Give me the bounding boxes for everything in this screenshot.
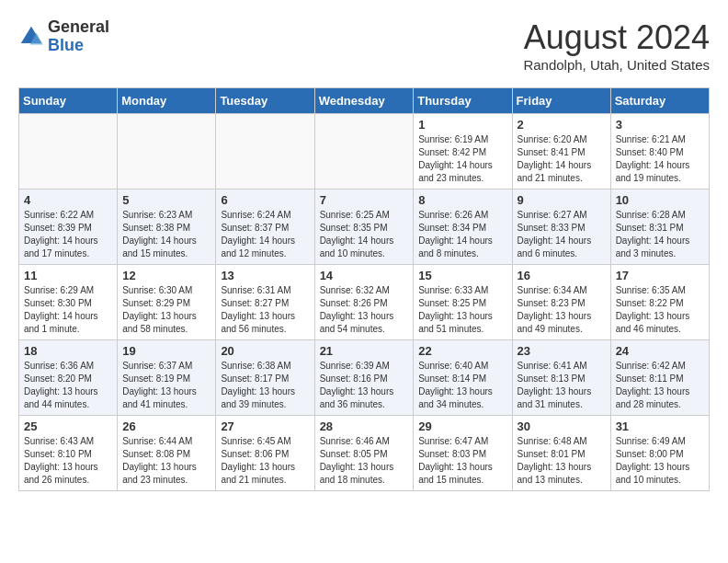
calendar-cell: 17Sunrise: 6:35 AM Sunset: 8:22 PM Dayli… [610, 265, 709, 340]
day-number: 9 [518, 193, 606, 207]
day-info: Sunrise: 6:41 AM Sunset: 8:13 PM Dayligh… [518, 360, 606, 411]
day-info: Sunrise: 6:33 AM Sunset: 8:25 PM Dayligh… [418, 284, 506, 336]
weekday-header-thursday: Thursday [414, 88, 512, 114]
weekday-header-sunday: Sunday [19, 88, 118, 114]
calendar-cell: 11Sunrise: 6:29 AM Sunset: 8:30 PM Dayli… [19, 265, 118, 340]
day-info: Sunrise: 6:48 AM Sunset: 8:01 PM Dayligh… [518, 435, 606, 487]
month-title: August 2024 [523, 18, 710, 57]
calendar-cell: 10Sunrise: 6:28 AM Sunset: 8:31 PM Dayli… [610, 190, 709, 265]
day-number: 18 [24, 344, 112, 358]
calendar-cell: 21Sunrise: 6:39 AM Sunset: 8:16 PM Dayli… [314, 340, 414, 416]
calendar-cell: 8Sunrise: 6:26 AM Sunset: 8:34 PM Daylig… [414, 190, 512, 265]
calendar-cell: 18Sunrise: 6:36 AM Sunset: 8:20 PM Dayli… [19, 340, 118, 416]
calendar-cell: 23Sunrise: 6:41 AM Sunset: 8:13 PM Dayli… [512, 340, 610, 416]
weekday-header-tuesday: Tuesday [216, 88, 314, 114]
calendar-week-row: 4Sunrise: 6:22 AM Sunset: 8:39 PM Daylig… [19, 190, 710, 265]
day-number: 22 [418, 344, 506, 358]
day-info: Sunrise: 6:23 AM Sunset: 8:38 PM Dayligh… [122, 209, 210, 260]
calendar-cell: 3Sunrise: 6:21 AM Sunset: 8:40 PM Daylig… [610, 114, 709, 190]
day-number: 5 [122, 193, 210, 207]
day-number: 17 [616, 269, 704, 282]
calendar-cell: 15Sunrise: 6:33 AM Sunset: 8:25 PM Dayli… [414, 265, 512, 340]
day-info: Sunrise: 6:36 AM Sunset: 8:20 PM Dayligh… [24, 360, 112, 411]
day-number: 19 [122, 344, 210, 358]
day-number: 31 [616, 419, 704, 433]
day-info: Sunrise: 6:44 AM Sunset: 8:08 PM Dayligh… [122, 435, 210, 487]
day-info: Sunrise: 6:32 AM Sunset: 8:26 PM Dayligh… [320, 284, 409, 336]
day-number: 16 [518, 269, 606, 282]
calendar-cell: 12Sunrise: 6:30 AM Sunset: 8:29 PM Dayli… [118, 265, 216, 340]
weekday-header-friday: Friday [512, 88, 610, 114]
calendar-cell: 14Sunrise: 6:32 AM Sunset: 8:26 PM Dayli… [314, 265, 414, 340]
calendar-cell: 13Sunrise: 6:31 AM Sunset: 8:27 PM Dayli… [216, 265, 314, 340]
day-number: 13 [221, 269, 309, 282]
location: Randolph, Utah, United States [523, 57, 710, 73]
calendar-cell [314, 114, 414, 190]
day-info: Sunrise: 6:19 AM Sunset: 8:42 PM Dayligh… [418, 133, 506, 185]
day-info: Sunrise: 6:22 AM Sunset: 8:39 PM Dayligh… [24, 209, 112, 260]
calendar-cell: 30Sunrise: 6:48 AM Sunset: 8:01 PM Dayli… [512, 416, 610, 491]
calendar-cell: 25Sunrise: 6:43 AM Sunset: 8:10 PM Dayli… [19, 416, 118, 491]
calendar-cell: 27Sunrise: 6:45 AM Sunset: 8:06 PM Dayli… [216, 416, 314, 491]
logo-text: General Blue [48, 18, 109, 55]
day-number: 28 [320, 419, 409, 433]
calendar-cell: 19Sunrise: 6:37 AM Sunset: 8:19 PM Dayli… [118, 340, 216, 416]
day-number: 3 [616, 118, 704, 132]
day-info: Sunrise: 6:31 AM Sunset: 8:27 PM Dayligh… [221, 284, 309, 336]
day-number: 4 [24, 193, 112, 207]
day-info: Sunrise: 6:34 AM Sunset: 8:23 PM Dayligh… [518, 284, 606, 336]
day-number: 10 [616, 193, 704, 207]
logo-icon [18, 24, 44, 50]
calendar-cell: 16Sunrise: 6:34 AM Sunset: 8:23 PM Dayli… [512, 265, 610, 340]
day-info: Sunrise: 6:43 AM Sunset: 8:10 PM Dayligh… [24, 435, 112, 487]
calendar-cell: 22Sunrise: 6:40 AM Sunset: 8:14 PM Dayli… [414, 340, 512, 416]
day-info: Sunrise: 6:29 AM Sunset: 8:30 PM Dayligh… [24, 284, 112, 336]
weekday-header-saturday: Saturday [610, 88, 709, 114]
day-number: 23 [518, 344, 606, 358]
day-info: Sunrise: 6:25 AM Sunset: 8:35 PM Dayligh… [320, 209, 409, 260]
day-number: 12 [122, 269, 210, 282]
day-number: 15 [418, 269, 506, 282]
calendar-cell: 26Sunrise: 6:44 AM Sunset: 8:08 PM Dayli… [118, 416, 216, 491]
page-header: General Blue August 2024 Randolph, Utah,… [18, 18, 710, 73]
day-number: 30 [518, 419, 606, 433]
day-number: 26 [122, 419, 210, 433]
weekday-header-monday: Monday [118, 88, 216, 114]
day-number: 27 [221, 419, 309, 433]
day-number: 24 [616, 344, 704, 358]
logo: General Blue [18, 18, 109, 55]
calendar-cell: 4Sunrise: 6:22 AM Sunset: 8:39 PM Daylig… [19, 190, 118, 265]
day-number: 14 [320, 269, 409, 282]
day-info: Sunrise: 6:47 AM Sunset: 8:03 PM Dayligh… [418, 435, 506, 487]
day-number: 21 [320, 344, 409, 358]
calendar-cell: 20Sunrise: 6:38 AM Sunset: 8:17 PM Dayli… [216, 340, 314, 416]
day-info: Sunrise: 6:30 AM Sunset: 8:29 PM Dayligh… [122, 284, 210, 336]
calendar-week-row: 1Sunrise: 6:19 AM Sunset: 8:42 PM Daylig… [19, 114, 710, 190]
day-info: Sunrise: 6:24 AM Sunset: 8:37 PM Dayligh… [221, 209, 309, 260]
calendar-cell: 31Sunrise: 6:49 AM Sunset: 8:00 PM Dayli… [610, 416, 709, 491]
calendar-cell [118, 114, 216, 190]
day-info: Sunrise: 6:49 AM Sunset: 8:00 PM Dayligh… [616, 435, 704, 487]
day-info: Sunrise: 6:26 AM Sunset: 8:34 PM Dayligh… [418, 209, 506, 260]
day-info: Sunrise: 6:27 AM Sunset: 8:33 PM Dayligh… [518, 209, 606, 260]
day-number: 25 [24, 419, 112, 433]
day-info: Sunrise: 6:35 AM Sunset: 8:22 PM Dayligh… [616, 284, 704, 336]
weekday-header-wednesday: Wednesday [314, 88, 414, 114]
day-info: Sunrise: 6:39 AM Sunset: 8:16 PM Dayligh… [320, 360, 409, 411]
day-number: 8 [418, 193, 506, 207]
day-info: Sunrise: 6:20 AM Sunset: 8:41 PM Dayligh… [518, 133, 606, 185]
calendar-cell: 6Sunrise: 6:24 AM Sunset: 8:37 PM Daylig… [216, 190, 314, 265]
day-number: 1 [418, 118, 506, 132]
day-number: 11 [24, 269, 112, 282]
day-info: Sunrise: 6:21 AM Sunset: 8:40 PM Dayligh… [616, 133, 704, 185]
day-number: 6 [221, 193, 309, 207]
calendar-week-row: 18Sunrise: 6:36 AM Sunset: 8:20 PM Dayli… [19, 340, 710, 416]
day-info: Sunrise: 6:42 AM Sunset: 8:11 PM Dayligh… [616, 360, 704, 411]
calendar-cell [19, 114, 118, 190]
day-number: 2 [518, 118, 606, 132]
day-number: 29 [418, 419, 506, 433]
calendar-week-row: 25Sunrise: 6:43 AM Sunset: 8:10 PM Dayli… [19, 416, 710, 491]
title-block: August 2024 Randolph, Utah, United State… [523, 18, 710, 73]
day-info: Sunrise: 6:45 AM Sunset: 8:06 PM Dayligh… [221, 435, 309, 487]
calendar-cell: 1Sunrise: 6:19 AM Sunset: 8:42 PM Daylig… [414, 114, 512, 190]
